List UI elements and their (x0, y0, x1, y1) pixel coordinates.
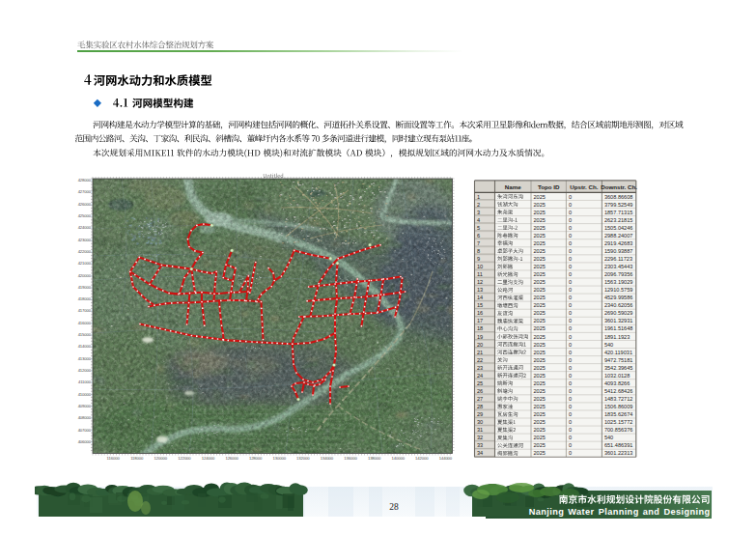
svg-text:32: 32 (477, 435, 483, 440)
svg-text:2096.79356: 2096.79356 (604, 271, 633, 277)
svg-text:424000: 424000 (78, 225, 92, 230)
svg-text:651.486391: 651.486391 (604, 442, 633, 448)
svg-text:2025: 2025 (534, 256, 546, 262)
svg-text:13: 13 (477, 287, 483, 293)
svg-text:0: 0 (569, 373, 572, 379)
svg-text:419000: 419000 (78, 285, 92, 290)
svg-text:0: 0 (569, 350, 572, 355)
svg-text:21: 21 (477, 350, 483, 355)
svg-text:2025: 2025 (534, 419, 546, 425)
svg-text:2340.62056: 2340.62056 (604, 302, 633, 308)
svg-text:Downstr. Ch.: Downstr. Ch. (601, 183, 637, 190)
svg-text:116000: 116000 (107, 456, 121, 461)
svg-text:0: 0 (569, 287, 572, 293)
svg-text:413000: 413000 (78, 356, 92, 361)
svg-text:4529.99586: 4529.99586 (604, 295, 633, 300)
svg-text:2025: 2025 (534, 404, 546, 409)
svg-text:140000: 140000 (392, 456, 406, 461)
svg-text:5412.68426: 5412.68426 (604, 388, 633, 394)
svg-text:2025: 2025 (534, 357, 546, 363)
svg-text:10: 10 (477, 264, 483, 269)
svg-text:138000: 138000 (368, 456, 381, 461)
svg-text:425000: 425000 (78, 213, 92, 218)
svg-text:120000: 120000 (154, 456, 168, 461)
svg-text:5: 5 (477, 225, 480, 231)
svg-text:Upstr. Ch.: Upstr. Ch. (570, 183, 599, 190)
svg-text:144000: 144000 (439, 456, 453, 461)
svg-text:2025: 2025 (534, 310, 546, 316)
svg-text:11: 11 (477, 271, 483, 277)
svg-text:2025: 2025 (534, 210, 546, 215)
svg-text:26: 26 (477, 388, 483, 394)
svg-text:2303.45443: 2303.45443 (604, 264, 633, 269)
svg-text:2025: 2025 (534, 279, 546, 285)
svg-text:126000: 126000 (225, 456, 238, 461)
svg-text:0: 0 (569, 302, 572, 308)
svg-text:130000: 130000 (273, 456, 287, 461)
svg-text:2690.59029: 2690.59029 (604, 310, 633, 316)
svg-text:6: 6 (477, 233, 480, 239)
svg-text:0: 0 (569, 325, 572, 331)
svg-text:124000: 124000 (202, 456, 215, 461)
svg-text:420000: 420000 (78, 273, 92, 278)
svg-text:0: 0 (569, 256, 572, 262)
svg-text:0: 0 (569, 271, 572, 277)
svg-text:0: 0 (569, 365, 572, 371)
svg-text:2025: 2025 (534, 427, 546, 433)
svg-text:0: 0 (569, 411, 572, 417)
svg-text:427000: 427000 (78, 189, 92, 194)
svg-text:540: 540 (604, 342, 613, 348)
svg-text:3601.32931: 3601.32931 (604, 318, 633, 323)
svg-text:9472.75181: 9472.75181 (604, 357, 633, 363)
svg-text:0: 0 (569, 279, 572, 285)
svg-text:2296.11723: 2296.11723 (604, 256, 632, 262)
svg-text:0: 0 (569, 248, 572, 254)
svg-text:0: 0 (569, 217, 572, 223)
svg-text:33: 33 (477, 442, 483, 448)
svg-text:16: 16 (477, 310, 483, 316)
svg-text:0: 0 (569, 396, 572, 402)
svg-text:132000: 132000 (296, 456, 310, 461)
svg-text:0: 0 (569, 202, 572, 208)
svg-text:0: 0 (569, 442, 572, 448)
svg-text:1505.04246: 1505.04246 (604, 225, 633, 231)
svg-text:128000: 128000 (249, 456, 263, 461)
svg-text:0: 0 (569, 342, 572, 348)
svg-text:2025: 2025 (534, 233, 546, 239)
svg-text:0: 0 (569, 295, 572, 300)
svg-text:17: 17 (477, 318, 483, 323)
svg-text:418000: 418000 (78, 296, 92, 301)
svg-text:0: 0 (569, 310, 572, 316)
svg-text:2025: 2025 (534, 450, 546, 456)
svg-text:0: 0 (569, 233, 572, 239)
svg-text:2025: 2025 (534, 350, 546, 355)
svg-text:0: 0 (569, 240, 572, 246)
svg-text:2025: 2025 (534, 411, 546, 417)
svg-text:1506.86009: 1506.86009 (604, 404, 633, 409)
svg-text:0: 0 (569, 427, 572, 433)
svg-text:24: 24 (477, 373, 483, 379)
svg-text:0: 0 (569, 388, 572, 394)
svg-text:409000: 409000 (78, 404, 92, 408)
svg-text:136000: 136000 (344, 456, 357, 461)
svg-text:3542.39645: 3542.39645 (604, 365, 633, 371)
svg-text:14: 14 (477, 295, 483, 300)
svg-text:0: 0 (569, 210, 572, 215)
svg-text:1590.93887: 1590.93887 (604, 248, 633, 254)
svg-text:25: 25 (477, 380, 483, 386)
svg-text:2025: 2025 (534, 295, 546, 300)
svg-text:700.856376: 700.856376 (604, 427, 633, 433)
svg-text:1891.1923: 1891.1923 (604, 334, 630, 340)
svg-text:0: 0 (569, 450, 572, 456)
svg-text:0: 0 (569, 225, 572, 231)
svg-text:0: 0 (569, 334, 572, 340)
svg-text:416000: 416000 (78, 321, 92, 325)
svg-text:0: 0 (569, 357, 572, 363)
svg-text:8: 8 (477, 248, 480, 254)
svg-text:9: 9 (477, 256, 480, 262)
svg-text:0: 0 (569, 264, 572, 269)
svg-text:2025: 2025 (534, 264, 546, 269)
svg-text:34: 34 (477, 450, 483, 456)
svg-text:2025: 2025 (534, 271, 546, 277)
svg-text:421000: 421000 (78, 261, 92, 266)
